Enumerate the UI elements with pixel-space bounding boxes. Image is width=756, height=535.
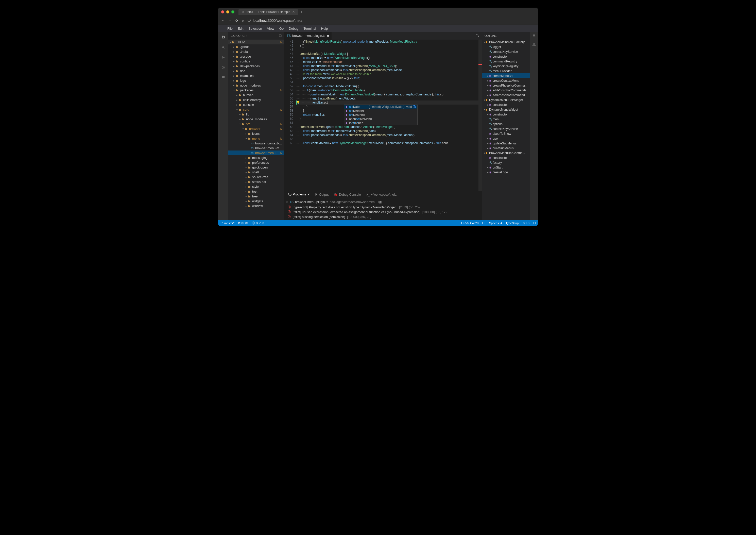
- autocomplete-item[interactable]: ◆openActiveMenu: [344, 117, 417, 121]
- outline-item[interactable]: ▸◉addPhosphorCommands: [482, 88, 530, 93]
- outline-item[interactable]: 🔧menuProvider: [482, 69, 530, 73]
- git-sync[interactable]: ⟳ 0↓ 0↑: [238, 221, 249, 225]
- tree-item[interactable]: ▸🖿style: [228, 184, 284, 189]
- tree-item[interactable]: TSbrowser-menu-module.ts: [228, 146, 284, 151]
- explorer-icon[interactable]: [220, 34, 226, 40]
- tree-item[interactable]: ▸🖿icons: [228, 131, 284, 136]
- outline-item[interactable]: ▾◆DynamicMenuWidget: [482, 107, 530, 112]
- indent-status[interactable]: Spaces: 4: [489, 221, 502, 225]
- tree-item[interactable]: ▸🖿messaging: [228, 155, 284, 160]
- outline-item[interactable]: ◉aboutToShow: [482, 131, 530, 136]
- outline-item[interactable]: ▸◉buildSubMenus: [482, 146, 530, 151]
- tree-item[interactable]: ▸🖿examples: [228, 73, 284, 78]
- file-tree[interactable]: ▾🖿THEIAM▸🖿.github▸🖿.theia▸🖿.vscode▸🖿conf…: [228, 40, 284, 220]
- home-button[interactable]: ⌂: [242, 18, 244, 23]
- tree-item[interactable]: ▾🖿srcM: [228, 122, 284, 127]
- outline-item[interactable]: 🔧options: [482, 122, 530, 127]
- tree-item[interactable]: ▸🖿test: [228, 189, 284, 194]
- outline-item[interactable]: 🔧contextKeyService: [482, 49, 530, 54]
- forward-button[interactable]: →: [228, 18, 232, 23]
- outline-item[interactable]: ▸◉createLogo: [482, 170, 530, 175]
- tree-item[interactable]: ▸🖿callhierarchy: [228, 98, 284, 102]
- browser-tab[interactable]: 🗎 theia — Theia Browser Example ✕: [238, 9, 298, 15]
- outline-item[interactable]: ▸◉open: [482, 136, 530, 141]
- minimap[interactable]: [478, 40, 482, 191]
- menu-go[interactable]: Go: [279, 27, 284, 30]
- autocomplete-popup[interactable]: ◆activate(method) Widget.activate(): voi…: [344, 104, 418, 126]
- reload-button[interactable]: ⟳: [235, 18, 238, 23]
- problem-row[interactable]: ⓧ[tslint] Missing semicolon (semicolon) …: [286, 214, 480, 219]
- compare-changes-icon[interactable]: [476, 34, 479, 38]
- tree-item[interactable]: ▸🖿.theia: [228, 49, 284, 54]
- extensions-icon[interactable]: [220, 74, 226, 81]
- menu-edit[interactable]: Edit: [238, 27, 243, 30]
- problems-status[interactable]: ⓧ 3 ⚠ 0: [252, 221, 264, 225]
- tree-item[interactable]: ▸🖿node_modules: [228, 83, 284, 88]
- outline-tree[interactable]: ▾◆BrowserMainMenuFactory🔧logger🔧contextK…: [482, 40, 530, 220]
- tree-item[interactable]: ▸🖿node_modules: [228, 117, 284, 122]
- tree-item[interactable]: ▸🖿lib: [228, 112, 284, 117]
- menu-selection[interactable]: Selection: [248, 27, 262, 30]
- close-window[interactable]: [221, 11, 224, 14]
- tree-item[interactable]: ▾🖿coreM: [228, 107, 284, 112]
- tree-item[interactable]: ▸🖿doc: [228, 69, 284, 73]
- tree-item[interactable]: ▸🖿bunyan: [228, 93, 284, 98]
- ts-version[interactable]: 3.1.3: [523, 221, 529, 225]
- tree-item[interactable]: ▸🖿source-tree: [228, 175, 284, 180]
- back-button[interactable]: ←: [221, 18, 225, 23]
- panel-tab[interactable]: ⓘ Problems ✕: [286, 191, 312, 198]
- outline-item[interactable]: ▸◉createMenuBar: [482, 73, 530, 78]
- language-status[interactable]: TypeScript: [506, 221, 519, 225]
- outline-item[interactable]: ▸◉createContextMenu: [482, 78, 530, 83]
- outline-item[interactable]: ◉constructor: [482, 54, 530, 59]
- chrome-menu[interactable]: ⋮: [531, 18, 535, 23]
- outline-item[interactable]: 🔧menu: [482, 117, 530, 122]
- outline-item[interactable]: ▸◉constructor: [482, 112, 530, 117]
- editor-tab[interactable]: TS browser-menu-plugin.ts: [284, 32, 332, 40]
- menu-help[interactable]: Help: [321, 27, 328, 30]
- url-bar[interactable]: ⓘ localhost:3000/workspace/theia: [248, 18, 302, 23]
- feedback-icon[interactable]: ☐: [533, 221, 536, 225]
- close-tab[interactable]: ✕: [292, 10, 295, 14]
- tree-root[interactable]: ▾🖿THEIAM: [228, 40, 284, 44]
- outline-item[interactable]: ▾◆BrowserMainMenuFactory: [482, 40, 530, 44]
- tree-item[interactable]: ▸🖿dev-packages: [228, 64, 284, 69]
- menu-file[interactable]: File: [227, 27, 233, 30]
- outline-item[interactable]: ◉constructor: [482, 155, 530, 160]
- outline-item[interactable]: 🔧keybindingRegistry: [482, 64, 530, 69]
- code-editor[interactable]: 4142434445464748495051525354555657585960…: [284, 40, 482, 191]
- outline-item[interactable]: ▸◉constructor: [482, 102, 530, 107]
- tree-item[interactable]: TSbrowser-menu-plugin.tsM: [228, 151, 284, 155]
- outline-item[interactable]: 🔧logger: [482, 44, 530, 49]
- autocomplete-item[interactable]: ◆activeIndex: [344, 109, 417, 113]
- outline-item[interactable]: ▾◆DynamicMenuBarWidget: [482, 98, 530, 102]
- outline-item[interactable]: 🔧contextKeyService: [482, 127, 530, 131]
- tree-item[interactable]: ▸🖿tree: [228, 194, 284, 199]
- tree-item[interactable]: TSbrowser-context-menu-r...: [228, 141, 284, 146]
- tree-item[interactable]: ▸🖿widgets: [228, 199, 284, 204]
- outline-item[interactable]: ▸◉createPhosphorComma...: [482, 83, 530, 88]
- tree-item[interactable]: ▸🖿.github: [228, 44, 284, 49]
- outline-icon[interactable]: [532, 34, 536, 39]
- autocomplete-item[interactable]: ◆isAttached: [344, 121, 417, 125]
- hierarchy-icon[interactable]: [532, 42, 536, 47]
- debug-icon[interactable]: [220, 65, 226, 70]
- panel-tab[interactable]: ⚑ Output: [313, 192, 331, 197]
- eol-status[interactable]: LF: [482, 221, 486, 225]
- tree-item[interactable]: ▸🖿logo: [228, 78, 284, 83]
- problem-row[interactable]: ⓧ[tslint] unused expression, expected an…: [286, 210, 480, 214]
- panel-tab[interactable]: 🐞 Debug Console: [332, 192, 363, 197]
- outline-item[interactable]: 🔧factory: [482, 160, 530, 165]
- maximize-window[interactable]: [231, 11, 234, 14]
- autocomplete-item[interactable]: ◆activeMenu: [344, 113, 417, 117]
- tree-item[interactable]: ▾🖿browserM: [228, 127, 284, 131]
- tree-item[interactable]: ▸🖿preferences: [228, 160, 284, 165]
- tree-item[interactable]: ▸🖿window: [228, 204, 284, 208]
- tree-item[interactable]: ▸🖿status-bar: [228, 180, 284, 184]
- autocomplete-item[interactable]: ◆activate(method) Widget.activate(): voi…: [344, 105, 417, 109]
- tree-item[interactable]: ▸🖿quick-open: [228, 165, 284, 170]
- tree-item[interactable]: ▸🖿console: [228, 102, 284, 107]
- outline-item[interactable]: ▸◉updateSubMenus: [482, 141, 530, 146]
- scm-icon[interactable]: [220, 54, 226, 60]
- tree-item[interactable]: ▸🖿configs: [228, 59, 284, 64]
